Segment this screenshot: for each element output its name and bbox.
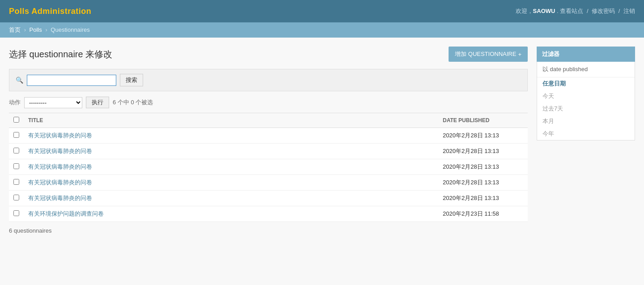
actions-row: 动作 --------- 执行 6 个中 0 个被选 (9, 97, 528, 108)
footer-count: 6 questionnaires (9, 227, 528, 234)
row-date: 2020年2月28日 13:13 (438, 128, 528, 144)
view-site-link[interactable]: 查看站点 (560, 8, 583, 14)
table-row: 有关冠状病毒肺炎的问卷2020年2月28日 13:13 (9, 175, 528, 191)
execute-button[interactable]: 执行 (86, 97, 109, 108)
username: SAOWU (533, 8, 555, 14)
filter-header: 过滤器 (537, 47, 635, 62)
table-body: 有关冠状病毒肺炎的问卷2020年2月28日 13:13有关冠状病毒肺炎的问卷20… (9, 128, 528, 222)
table-row: 有关冠状病毒肺炎的问卷2020年2月28日 13:13 (9, 191, 528, 206)
select-all-checkbox[interactable] (13, 117, 19, 123)
breadcrumb-home[interactable]: 首页 (9, 26, 21, 33)
col-header-title: TITLE (24, 113, 438, 128)
search-button[interactable]: 搜索 (120, 74, 143, 86)
sidebar: 过滤器 以 date published 任意日期今天过去7天本月今年 (537, 47, 635, 234)
add-icon: + (518, 51, 521, 58)
filter-item-2[interactable]: 过去7天 (537, 102, 635, 115)
row-title-link[interactable]: 有关冠状病毒肺炎的问卷 (28, 163, 92, 170)
add-button-label: 增加 QUESTIONNAIRE (455, 50, 516, 58)
breadcrumb-polls[interactable]: Polls (30, 26, 42, 33)
row-title-link[interactable]: 有关冠状病毒肺炎的问卷 (28, 132, 92, 139)
row-checkbox[interactable] (13, 195, 19, 200)
action-select[interactable]: --------- (24, 97, 82, 108)
col-header-date: DATE PUBLISHED (438, 113, 528, 128)
filter-section-title: 以 date published (537, 62, 635, 77)
page-header: 选择 questionnaire 来修改 增加 QUESTIONNAIRE + (9, 47, 528, 62)
row-date: 2020年2月28日 13:13 (438, 159, 528, 175)
app-title: Polls Administration (9, 7, 91, 16)
header-nav: 欢迎，SAOWU . 查看站点 / 修改密码 / 注销 (516, 7, 635, 15)
row-checkbox[interactable] (13, 148, 19, 153)
row-checkbox[interactable] (13, 132, 19, 138)
table-row: 有关环境保护问题的调查问卷2020年2月23日 11:58 (9, 206, 528, 222)
page-title: 选择 questionnaire 来修改 (9, 48, 112, 60)
table-row: 有关冠状病毒肺炎的问卷2020年2月28日 13:13 (9, 128, 528, 144)
actions-label: 动作 (9, 98, 21, 106)
main-container: 选择 questionnaire 来修改 增加 QUESTIONNAIRE + … (0, 38, 644, 243)
filter-panel: 以 date published 任意日期今天过去7天本月今年 (537, 62, 635, 140)
content-area: 选择 questionnaire 来修改 增加 QUESTIONNAIRE + … (9, 47, 528, 234)
table-row: 有关冠状病毒肺炎的问卷2020年2月28日 13:13 (9, 159, 528, 175)
row-date: 2020年2月28日 13:13 (438, 144, 528, 159)
row-title-link[interactable]: 有关冠状病毒肺炎的问卷 (28, 148, 92, 154)
table-header-row: TITLE DATE PUBLISHED (9, 113, 528, 128)
search-input[interactable] (27, 75, 116, 86)
header-checkbox-cell (9, 113, 24, 128)
breadcrumb: 首页 › Polls › Questionnaires (0, 22, 644, 38)
table-row: 有关冠状病毒肺炎的问卷2020年2月28日 13:13 (9, 144, 528, 159)
row-title-link[interactable]: 有关冠状病毒肺炎的问卷 (28, 195, 92, 201)
row-title-link[interactable]: 有关环境保护问题的调查问卷 (28, 210, 104, 217)
filter-item-4[interactable]: 今年 (537, 128, 635, 140)
search-bar: 🔍 搜索 (9, 69, 528, 91)
row-checkbox[interactable] (13, 179, 19, 185)
divider1: / (587, 8, 590, 14)
filter-item-3[interactable]: 本月 (537, 115, 635, 128)
welcome-text: 欢迎， (516, 8, 533, 14)
filter-item-0[interactable]: 任意日期 (537, 77, 635, 90)
row-date: 2020年2月28日 13:13 (438, 175, 528, 191)
breadcrumb-current: Questionnaires (51, 26, 89, 33)
header: Polls Administration 欢迎，SAOWU . 查看站点 / 修… (0, 0, 644, 22)
row-date: 2020年2月28日 13:13 (438, 191, 528, 206)
add-questionnaire-button[interactable]: 增加 QUESTIONNAIRE + (449, 47, 528, 62)
filter-item-1[interactable]: 今天 (537, 90, 635, 102)
divider2: / (619, 8, 622, 14)
change-password-link[interactable]: 修改密码 (592, 8, 615, 14)
breadcrumb-sep1: › (24, 26, 28, 33)
search-icon: 🔍 (16, 77, 23, 84)
logout-link[interactable]: 注销 (623, 8, 635, 14)
row-checkbox[interactable] (13, 163, 19, 169)
breadcrumb-sep2: › (45, 26, 49, 33)
row-title-link[interactable]: 有关冠状病毒肺炎的问卷 (28, 179, 92, 186)
selection-count: 6 个中 0 个被选 (113, 98, 153, 106)
row-date: 2020年2月23日 11:58 (438, 206, 528, 222)
filter-items-container: 任意日期今天过去7天本月今年 (537, 77, 635, 140)
data-table: TITLE DATE PUBLISHED 有关冠状病毒肺炎的问卷2020年2月2… (9, 113, 528, 222)
row-checkbox[interactable] (13, 210, 19, 216)
